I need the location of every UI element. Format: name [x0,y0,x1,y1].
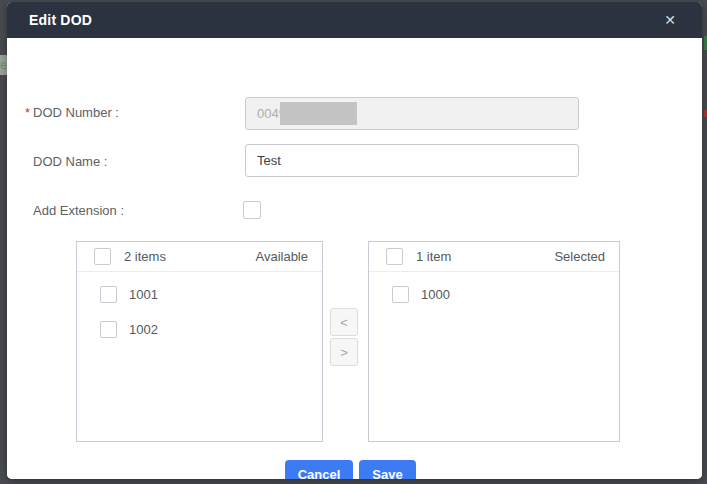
chevron-left-icon: < [340,315,348,330]
dialog-body: * DOD Number : DOD Name : Add Extension … [7,38,702,479]
dod-number-label: DOD Number : [33,105,119,120]
selected-items-list: 1000 [369,272,619,312]
add-extension-label: Add Extension : [33,203,124,218]
selected-panel-header: 1 item Selected [369,242,619,272]
available-title: Available [255,249,308,264]
dod-name-input[interactable] [245,144,579,177]
item-label: 1002 [129,322,158,337]
item-checkbox[interactable] [100,286,117,303]
list-item[interactable]: 1000 [392,277,619,312]
dod-number-input [245,97,579,130]
move-to-available-button[interactable]: < [330,308,358,336]
selected-extensions-panel: 1 item Selected 1000 [368,241,620,442]
item-label: 1001 [129,287,158,302]
list-item[interactable]: 1002 [100,312,322,347]
chevron-right-icon: > [340,345,348,360]
select-all-selected-checkbox[interactable] [386,248,403,265]
dialog-header: Edit DOD ✕ [7,2,702,38]
available-count: 2 items [124,249,166,264]
available-panel-header: 2 items Available [77,242,322,272]
selected-title: Selected [554,249,605,264]
required-asterisk: * [25,105,30,120]
select-all-available-checkbox[interactable] [94,248,111,265]
backdrop-page-fragment: e [0,55,7,75]
available-extensions-panel: 2 items Available 1001 1002 [76,241,323,442]
available-items-list: 1001 1002 [77,272,322,347]
save-button[interactable]: Save [359,460,416,479]
move-to-selected-button[interactable]: > [330,338,358,366]
list-item[interactable]: 1001 [100,277,322,312]
item-checkbox[interactable] [100,321,117,338]
dod-name-label: DOD Name : [33,154,107,169]
edit-dod-dialog: Edit DOD ✕ * DOD Number : DOD Name : Add… [7,2,702,479]
dialog-title: Edit DOD [29,12,92,28]
cancel-button[interactable]: Cancel [285,460,353,479]
add-extension-checkbox[interactable] [243,201,261,219]
item-checkbox[interactable] [392,286,409,303]
item-label: 1000 [421,287,450,302]
selected-count: 1 item [416,249,451,264]
close-icon[interactable]: ✕ [660,9,680,31]
